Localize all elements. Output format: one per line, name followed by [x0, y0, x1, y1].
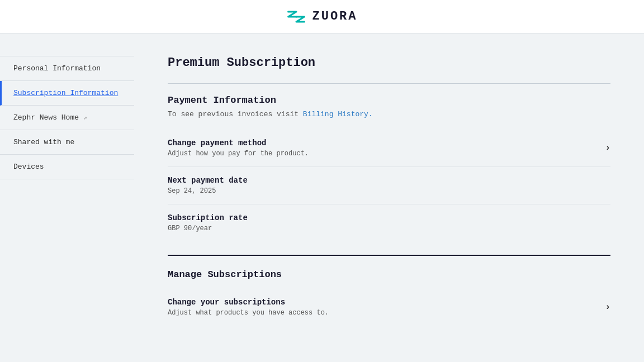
- page-title: Premium Subscription: [168, 56, 610, 70]
- change-payment-method-row[interactable]: Change payment method Adjust how you pay…: [168, 130, 610, 167]
- change-subscriptions-row[interactable]: Change your subscriptions Adjust what pr…: [168, 289, 610, 326]
- manage-chevron-right-icon: ›: [605, 302, 610, 312]
- sidebar-item-zephr-news-home[interactable]: Zephr News Home ↗: [0, 106, 134, 130]
- manage-subscriptions-section: Manage Subscriptions Change your subscri…: [168, 269, 610, 326]
- sidebar-item-link[interactable]: Subscription Information: [13, 89, 118, 97]
- change-payment-method-header[interactable]: Change payment method Adjust how you pay…: [168, 139, 610, 158]
- subscription-rate-value: GBP 90/year: [168, 225, 610, 232]
- sidebar-item-shared-with-me[interactable]: Shared with me: [0, 130, 134, 155]
- logo-text: ZUORA: [312, 9, 357, 23]
- sidebar-item-subscription-information[interactable]: Subscription Information: [0, 81, 134, 106]
- payment-section-title: Payment Information: [168, 95, 610, 106]
- change-subscriptions-title: Change your subscriptions: [168, 298, 329, 307]
- sidebar-item-label: Personal Information: [13, 64, 101, 73]
- next-payment-date-title: Next payment date: [168, 176, 610, 185]
- sidebar-item-label: Shared with me: [13, 138, 74, 146]
- chevron-right-icon: ›: [605, 143, 610, 153]
- payment-rows: Change payment method Adjust how you pay…: [168, 130, 610, 241]
- sidebar-item-label: Zephr News Home: [13, 113, 79, 122]
- change-subscriptions-header[interactable]: Change your subscriptions Adjust what pr…: [168, 298, 610, 317]
- zuora-logo-icon: [286, 9, 306, 25]
- billing-history-pre-text: To see previous invoices visit: [168, 110, 303, 118]
- sidebar-item-devices[interactable]: Devices: [0, 155, 134, 179]
- sidebar-item-label: Subscription Information: [13, 89, 118, 97]
- change-payment-method-desc: Adjust how you pay for the product.: [168, 150, 309, 158]
- next-payment-date-row: Next payment date Sep 24, 2025: [168, 167, 610, 204]
- payment-section-subtitle: To see previous invoices visit Billing H…: [168, 110, 610, 118]
- manage-section-divider: [168, 255, 610, 256]
- next-payment-date-value: Sep 24, 2025: [168, 187, 610, 195]
- manage-subscriptions-title: Manage Subscriptions: [168, 269, 610, 280]
- header: ZUORA: [0, 0, 644, 34]
- change-subscriptions-desc: Adjust what products you have access to.: [168, 309, 329, 317]
- sidebar: Personal Information Subscription Inform…: [0, 34, 134, 362]
- change-subscriptions-content: Change your subscriptions Adjust what pr…: [168, 298, 329, 317]
- payment-divider: [168, 83, 610, 84]
- subscription-rate-row: Subscription rate GBP 90/year: [168, 204, 610, 241]
- main-layout: Personal Information Subscription Inform…: [0, 34, 644, 362]
- external-link-icon: ↗: [83, 114, 87, 121]
- subscription-rate-title: Subscription rate: [168, 213, 610, 222]
- content-area: Premium Subscription Payment Information…: [134, 34, 644, 362]
- sidebar-item-personal-information[interactable]: Personal Information: [0, 56, 134, 81]
- change-payment-method-title: Change payment method: [168, 139, 309, 147]
- change-payment-method-content: Change payment method Adjust how you pay…: [168, 139, 309, 158]
- sidebar-item-label: Devices: [13, 163, 44, 171]
- logo-container: ZUORA: [286, 9, 357, 25]
- billing-history-link[interactable]: Billing History.: [303, 110, 373, 118]
